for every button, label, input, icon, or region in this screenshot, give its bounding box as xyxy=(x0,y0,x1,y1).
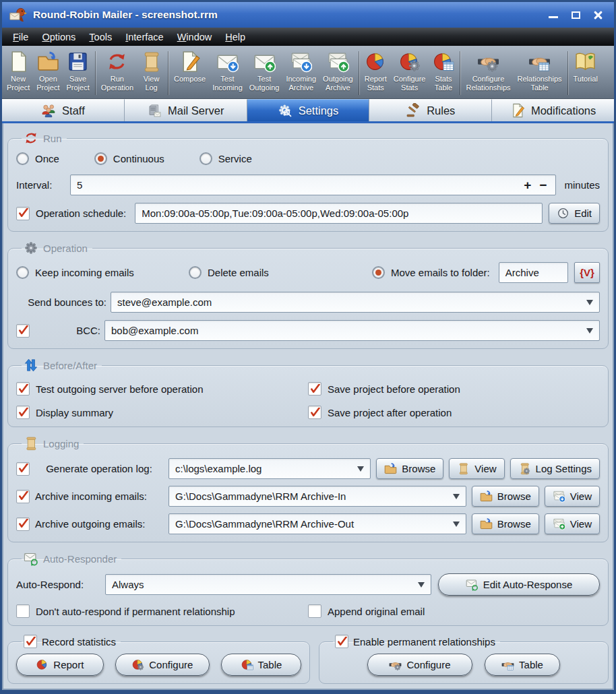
operation-schedule-input[interactable]: Mon:09:00a-05:00p,Tue:09:00a-05:00p,Wed:… xyxy=(135,203,543,224)
menu-window[interactable]: Window xyxy=(171,29,219,45)
radio-delete-emails[interactable]: Delete emails xyxy=(189,266,372,279)
archive-incoming-label: Archive incoming emails: xyxy=(35,491,163,502)
check-append-original[interactable]: Append original email xyxy=(308,604,600,618)
check-save-after[interactable]: Save project after operation xyxy=(308,406,600,419)
interval-increment-button[interactable]: + xyxy=(524,178,531,193)
log-view-button[interactable]: View xyxy=(449,458,504,479)
minimize-button[interactable] xyxy=(548,10,559,20)
toolbar-button-save-project[interactable]: SaveProject xyxy=(63,48,93,98)
toolbar-button-run-operation[interactable]: RunOperation xyxy=(98,48,137,98)
check-dont-auto-respond[interactable]: Don't auto-respond if permanent relation… xyxy=(16,604,308,618)
toolbar-button-configure-stats[interactable]: ConfigureStats xyxy=(390,48,429,98)
move-folder-input[interactable]: Archive xyxy=(499,262,568,283)
stats-table-button[interactable]: Table xyxy=(221,654,301,676)
bcc-label: BCC: xyxy=(30,325,104,336)
radio-keep-incoming[interactable]: Keep incoming emails xyxy=(16,266,189,279)
stats-report-button[interactable]: Report xyxy=(16,654,104,676)
relationships-configure-button[interactable]: Configure xyxy=(367,654,472,676)
archive-outgoing-view-button[interactable]: View xyxy=(545,513,600,534)
radio-service-circle[interactable] xyxy=(199,152,212,165)
operation-schedule-checkbox[interactable] xyxy=(16,207,30,220)
relationships-table-button[interactable]: Table xyxy=(485,654,560,676)
menu-interface[interactable]: Interface xyxy=(119,29,170,45)
enable-relationships-checkbox[interactable] xyxy=(335,635,348,648)
pie-table-icon xyxy=(241,658,253,671)
generate-log-label: Generate operation log: xyxy=(35,463,163,474)
toolbar-button-view-log[interactable]: ViewLog xyxy=(137,48,166,98)
radio-move-emails[interactable]: Move emails to folder: Archive {V} xyxy=(372,262,600,283)
menu-bar: File Options Tools Interface Window Help xyxy=(2,28,614,46)
interval-input[interactable]: 5 + − xyxy=(70,175,556,195)
incoming-archive-icon xyxy=(290,51,312,73)
toolbar-button-configure-relationships[interactable]: ConfigureRelationships xyxy=(462,48,514,98)
check-save-before[interactable]: Save project before operation xyxy=(308,382,600,396)
record-statistics-group: Record statistics Report Configure Table xyxy=(7,635,310,684)
radio-move-emails-circle[interactable] xyxy=(372,266,385,279)
tab-modifications[interactable]: Modifications xyxy=(492,99,614,121)
toolbar-button-report-stats[interactable]: ReportStats xyxy=(361,48,390,98)
toolbar-button-compose[interactable]: Compose xyxy=(171,48,209,98)
log-file-combo[interactable]: c:\logs\example.log xyxy=(168,458,371,479)
toolbar-button-incoming-archive[interactable]: IncomingArchive xyxy=(282,48,319,98)
menu-options[interactable]: Options xyxy=(35,29,82,45)
handshake-table-icon xyxy=(501,658,514,671)
archive-outgoing-combo[interactable]: G:\Docs\Gammadyne\RRM Archive-Out xyxy=(168,513,466,534)
toolbar-button-tutorial[interactable]: Tutorial xyxy=(570,48,601,98)
bcc-checkbox[interactable] xyxy=(16,324,30,338)
dropdown-arrow-icon[interactable] xyxy=(418,582,425,588)
dropdown-arrow-icon[interactable] xyxy=(453,522,460,527)
bcc-combo[interactable]: bob@example.com xyxy=(104,320,600,341)
archive-incoming-combo[interactable]: G:\Docs\Gammadyne\RRM Archive-In xyxy=(168,486,466,507)
dropdown-arrow-icon[interactable] xyxy=(586,300,593,305)
menu-tools[interactable]: Tools xyxy=(82,29,119,45)
archive-incoming-browse-button[interactable]: Browse xyxy=(472,486,539,507)
check-display-summary[interactable]: Display summary xyxy=(16,406,308,419)
auto-respond-combo[interactable]: Always xyxy=(105,574,431,595)
radio-continuous-circle[interactable] xyxy=(94,152,107,165)
menu-file[interactable]: File xyxy=(6,29,35,45)
radio-continuous[interactable]: Continuous xyxy=(94,152,164,165)
dropdown-arrow-icon[interactable] xyxy=(586,328,593,334)
edit-auto-response-button[interactable]: Edit Auto-Response xyxy=(438,573,600,596)
toolbar-button-test-outgoing[interactable]: TestOutgoing xyxy=(246,48,283,98)
archive-outgoing-checkbox[interactable] xyxy=(16,517,30,531)
generate-log-checkbox[interactable] xyxy=(16,462,30,476)
variable-insert-button[interactable]: {V} xyxy=(574,262,600,283)
record-statistics-checkbox[interactable] xyxy=(24,635,37,648)
toolbar-separator xyxy=(567,51,568,95)
tab-settings[interactable]: Settings xyxy=(247,99,370,121)
toolbar-button-new-project[interactable]: NewProject xyxy=(3,48,33,98)
stats-configure-button[interactable]: Configure xyxy=(115,654,210,676)
check-test-outgoing[interactable]: Test outgoing server before operation xyxy=(16,382,308,396)
toolbar-button-relationships-table[interactable]: RelationshipsTable xyxy=(514,48,565,98)
radio-keep-incoming-circle[interactable] xyxy=(16,266,29,279)
toolbar-button-outgoing-archive[interactable]: OutgoingArchive xyxy=(319,48,357,98)
view-log-icon xyxy=(140,51,162,73)
envelopes-down-icon xyxy=(553,490,565,503)
tab-staff[interactable]: Staff xyxy=(2,99,125,121)
archive-incoming-checkbox[interactable] xyxy=(16,490,30,503)
interval-decrement-button[interactable]: − xyxy=(539,178,547,193)
close-button[interactable] xyxy=(592,10,603,20)
toolbar-button-test-incoming[interactable]: TestIncoming xyxy=(209,48,246,98)
radio-delete-emails-circle[interactable] xyxy=(189,266,202,279)
radio-once-circle[interactable] xyxy=(16,152,29,165)
radio-service[interactable]: Service xyxy=(199,152,252,165)
toolbar-button-stats-table[interactable]: StatsTable xyxy=(429,48,458,98)
archive-incoming-view-button[interactable]: View xyxy=(545,486,600,507)
tutorial-icon xyxy=(574,51,596,73)
run-icon xyxy=(24,131,38,146)
send-bounces-combo[interactable]: steve@example.com xyxy=(111,292,600,313)
tab-rules[interactable]: Rules xyxy=(369,99,492,121)
edit-schedule-button[interactable]: Edit xyxy=(549,203,600,224)
menu-help[interactable]: Help xyxy=(218,29,252,45)
toolbar-button-open-project[interactable]: OpenProject xyxy=(33,48,63,98)
log-browse-button[interactable]: Browse xyxy=(376,458,443,479)
archive-outgoing-browse-button[interactable]: Browse xyxy=(472,513,539,534)
dropdown-arrow-icon[interactable] xyxy=(357,466,364,472)
tab-mail-server[interactable]: Mail Server xyxy=(125,99,247,121)
log-settings-button[interactable]: Log Settings xyxy=(510,458,600,479)
maximize-button[interactable] xyxy=(570,10,581,20)
radio-once[interactable]: Once xyxy=(16,152,59,165)
dropdown-arrow-icon[interactable] xyxy=(453,494,460,499)
